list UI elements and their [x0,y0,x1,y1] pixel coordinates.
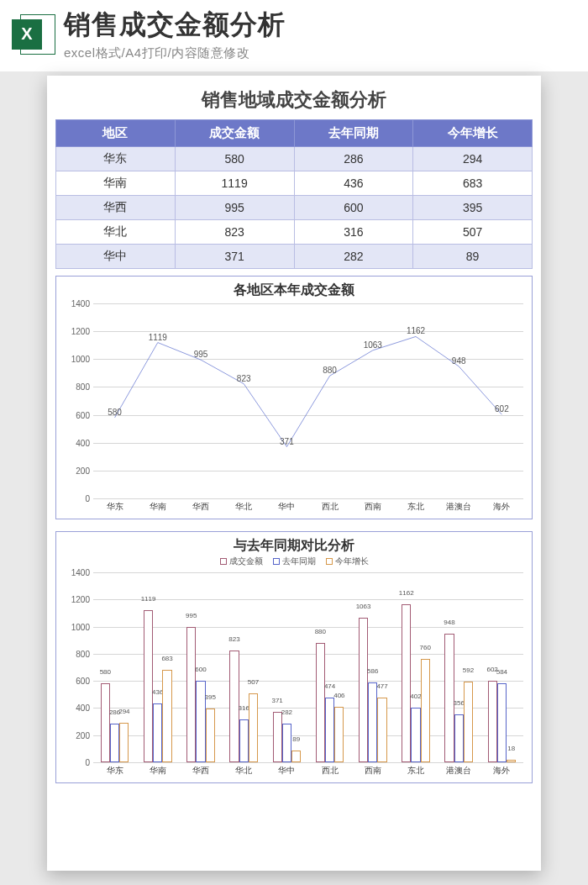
bar [291,751,301,762]
bar-chart: 与去年同期对比分析 成交金额 去年同期 今年增长 020040060080010… [55,531,533,783]
x-tick: 华中 [278,501,295,513]
bar-label: 584 [496,668,507,676]
header-title: 销售成交金额分析 [64,7,576,44]
data-label: 1162 [407,326,425,335]
line-chart-title: 各地区本年成交金额 [56,277,532,304]
bar-label: 406 [333,692,344,699]
x-tick: 华西 [192,501,209,513]
bar [101,683,110,762]
excel-icon-letter: X [12,19,42,50]
bar [144,610,153,762]
x-tick: 华中 [278,765,295,777]
bar-label: 507 [248,678,259,686]
bar-label: 880 [315,628,326,635]
data-label: 880 [323,366,337,375]
bar-label: 760 [420,644,431,651]
table-cell: 600 [294,196,413,220]
x-tick: 港澳台 [446,765,471,777]
x-tick: 华西 [192,765,209,777]
col-growth: 今年增长 [413,120,533,147]
data-label: 580 [108,408,122,417]
x-tick: 华东 [107,501,123,513]
data-label: 823 [237,374,251,383]
bar-label: 995 [186,612,197,619]
x-tick: 海外 [493,501,510,513]
excel-icon: X [12,13,55,56]
x-tick: 西北 [322,765,339,777]
x-tick: 东北 [407,501,424,513]
bar [488,681,497,762]
x-tick: 东北 [407,765,424,777]
data-label: 371 [280,436,294,445]
y-tick: 0 [85,758,90,767]
line-chart: 各地区本年成交金额 0200400600800100012001400华东华南华… [55,276,533,519]
table-row: 华南1119436683 [56,171,533,196]
x-tick: 华东 [107,765,123,777]
table-cell: 华西 [56,196,176,220]
y-tick: 400 [76,438,90,447]
bar [249,693,258,762]
spreadsheet-page: 销售地域成交金额分析 地区 成交金额 去年同期 今年增长 华东580286294… [47,76,541,871]
data-label: 995 [194,350,208,359]
bar-label: 474 [324,682,335,690]
bar-label: 683 [161,655,172,662]
bar [507,760,516,762]
table-cell: 580 [175,147,294,171]
bar-label: 592 [463,666,474,674]
table-cell: 683 [413,171,533,196]
y-tick: 1200 [71,327,90,336]
y-tick: 400 [76,703,90,713]
y-tick: 600 [76,677,90,686]
table-header-row: 地区 成交金额 去年同期 今年增长 [56,120,533,147]
y-tick: 1400 [71,299,90,308]
bar [411,708,420,762]
x-tick: 华南 [150,765,166,777]
bar-label: 477 [376,682,387,690]
bar-label: 395 [205,693,216,701]
bar [239,719,249,762]
table-cell: 316 [294,220,413,245]
legend-growth: 今年增长 [335,556,369,566]
table-row: 华中37128289 [56,245,533,269]
data-label: 1063 [364,340,382,350]
bar [359,618,368,762]
y-tick: 200 [76,730,90,740]
table-cell: 436 [294,171,413,196]
bar-label: 948 [444,619,454,626]
y-tick: 1200 [71,595,90,604]
table-cell: 823 [175,220,294,245]
x-tick: 西北 [322,501,339,513]
table-row: 华北823316507 [56,220,533,245]
legend-last: 去年同期 [282,556,316,566]
table-cell: 1119 [175,171,294,196]
bar [186,627,196,762]
bar-label: 89 [292,735,300,743]
bar [316,643,325,762]
bar-label: 1063 [356,603,371,610]
col-last: 去年同期 [294,120,413,147]
bar-label: 580 [100,668,111,676]
table-cell: 华南 [56,171,176,196]
x-tick: 西南 [365,501,381,513]
table-cell: 华中 [56,245,176,269]
table-cell: 282 [294,245,413,269]
table-cell: 286 [294,147,413,171]
bar-label: 600 [195,666,206,673]
page-header: X 销售成交金额分析 excel格式/A4打印/内容随意修改 [0,0,588,71]
bar [402,604,411,762]
y-tick: 200 [76,466,90,475]
bar [153,703,162,762]
bar [444,634,454,762]
y-tick: 800 [76,649,90,658]
table-row: 华西995600395 [56,196,533,220]
bar-label: 823 [228,635,239,643]
table-row: 华东580286294 [56,147,533,171]
table-cell: 995 [175,196,294,220]
header-subtitle: excel格式/A4打印/内容随意修改 [64,45,576,61]
bar [325,698,334,762]
bar [454,714,464,762]
y-tick: 800 [76,382,90,392]
bar [421,659,430,762]
bar [497,683,507,762]
y-tick: 1000 [71,355,90,364]
